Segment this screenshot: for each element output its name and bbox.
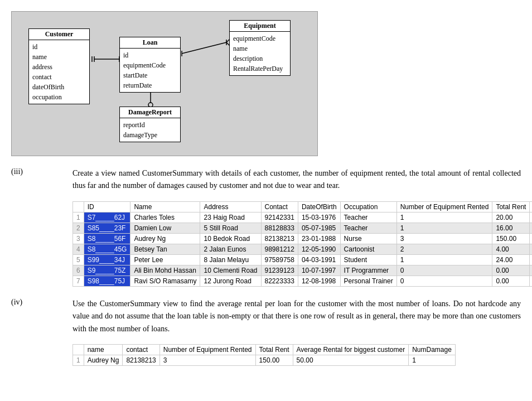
col-header-address: Address [200,201,261,212]
result-col-contact: contact [123,344,159,355]
table-iii-container: ID Name Address Contact DateOfBirth Occu… [72,201,521,287]
erd-loan-body: id equipmentCode startDate returnDate [120,49,180,92]
row-number: 5 [73,254,84,265]
table-cell: 12-05-1990 [298,244,340,254]
table-cell: Ravi S/O Ramasamy [130,276,200,286]
table-cell: 04-03-1991 [298,254,340,265]
result-col-name: name [84,344,123,355]
table-cell: 0 [396,276,492,286]
table-cell: 12-08-1998 [298,276,340,286]
table-cell: 23 Haig Road [200,212,261,223]
row-number: 2 [73,223,84,233]
row-number: 4 [73,244,84,254]
question-iv-label: (iv) [11,298,72,307]
result-col-num-equipment: Number of Equipment Rented [159,344,255,355]
question-iv-text: Use the CustomerSummary view to find the… [72,298,521,335]
table-cell: 20.00 [492,212,530,223]
table-cell: 0 [530,223,532,233]
table-cell: S8_____56F [84,233,130,244]
table-cell: Betsey Tan [130,244,200,254]
table-cell: S99____34J [84,254,130,265]
table-cell: Peter Lee [130,254,200,265]
table-row: 5S99____34JPeter Lee8 Jalan Melayu975897… [73,254,533,265]
erd-equipment-header: Equipment [230,21,290,32]
table-cell: S98____75J [84,276,130,286]
col-header-total-rent: Total Rent [492,201,530,212]
row-number: 7 [73,276,84,286]
erd-loan-table: Loan id equipmentCode startDate returnDa… [119,37,181,93]
table-cell: 0.00 [492,276,530,286]
table-cell: Cartoonist [340,244,396,254]
table-row: 7S98____75JRavi S/O Ramasamy12 Jurong Ro… [73,276,533,286]
table-cell: 97589758 [261,254,298,265]
table-cell: 0 [530,276,532,286]
result-cell: 150.00 [255,355,293,365]
col-header-num-damage: NumDamage [530,201,532,212]
svg-line-6 [182,42,226,54]
table-cell: Teacher [340,223,396,233]
table-cell: 5 Still Road [200,223,261,233]
table-cell: 4.00 [492,244,530,254]
table-cell: S8_____45G [84,244,130,254]
table-cell: 2 [396,244,492,254]
row-number: 1 [73,355,84,365]
result-col-avg-rental: Average Rental for biggest customer [293,344,409,355]
question-iii-label: (iii) [11,167,72,176]
table-cell: Charles Toles [130,212,200,223]
table-cell: Teacher [340,212,396,223]
erd-loan-header: Loan [120,37,180,49]
table-cell: S7_____62J [84,212,130,223]
erd-customer-header: Customer [29,29,89,40]
table-cell: 0 [530,254,532,265]
table-row: 1S7_____62JCharles Toles23 Haig Road9214… [73,212,533,223]
table-cell: IT Programmer [340,265,396,276]
question-iii-text: Create a view named CustomerSummary with… [72,167,521,192]
table-cell: 3 [396,233,492,244]
table-cell: S9_____75Z [84,265,130,276]
table-cell: 10 Bedok Road [200,233,261,244]
table-cell: 15-03-1976 [298,212,340,223]
row-number: 3 [73,233,84,244]
table-cell: 0.00 [492,265,530,276]
erd-damage-header: DamageReport [120,107,180,118]
col-header-dob: DateOfBirth [298,201,340,212]
table-cell: Personal Trainer [340,276,396,286]
erd-damage-body: reportId damageType [120,118,180,142]
table-iv-body: 1Audrey Ng821382133150.0050.001 [73,355,456,365]
table-cell: 1 [530,233,532,244]
table-cell: 150.00 [492,233,530,244]
result-col-empty [73,344,84,355]
table-row: 4S8_____45GBetsey Tan2 Jalan Eunos989812… [73,244,533,254]
table-cell: 10 Clementi Road [200,265,261,276]
average-rental-table: name contact Number of Equipment Rented … [72,344,456,366]
row-number: 1 [73,212,84,223]
result-cell: Audrey Ng [84,355,123,365]
table-cell: Nurse [340,233,396,244]
table-cell: 82223333 [261,276,298,286]
erd-customer-body: id name address contact dateOfBirth occu… [29,40,89,104]
col-header-num-equipment: Number of Equipment Rented [396,201,492,212]
table-row: 6S9_____75ZAli Bin Mohd Hassan10 Clement… [73,265,533,276]
col-header-occupation: Occupation [340,201,396,212]
table-cell: 0 [530,265,532,276]
result-cell: 50.00 [293,355,409,365]
table-cell: 82138213 [261,233,298,244]
col-header-name: Name [130,201,200,212]
table-iv-container: name contact Number of Equipment Rented … [72,344,521,366]
erd-equipment-body: equipmentCode name description RentalRat… [230,32,290,75]
table-cell: Student [340,254,396,265]
table-cell: Ali Bin Mohd Hassan [130,265,200,276]
table-cell: 8 Jalan Melayu [200,254,261,265]
table-cell: 0 [396,265,492,276]
table-cell: 1 [396,223,492,233]
table-cell: 05-07-1985 [298,223,340,233]
table-cell: 88128833 [261,223,298,233]
table-cell: Damien Low [130,223,200,233]
result-row: 1Audrey Ng821382133150.0050.001 [73,355,456,365]
erd-equipment-table: Equipment equipmentCode name description… [229,20,291,76]
table-cell: Audrey Ng [130,233,200,244]
erd-damage-table: DamageReport reportId damageType [119,107,181,142]
customer-summary-table: ID Name Address Contact DateOfBirth Occu… [72,201,532,287]
table-cell: 92142331 [261,212,298,223]
result-cell: 3 [159,355,255,365]
